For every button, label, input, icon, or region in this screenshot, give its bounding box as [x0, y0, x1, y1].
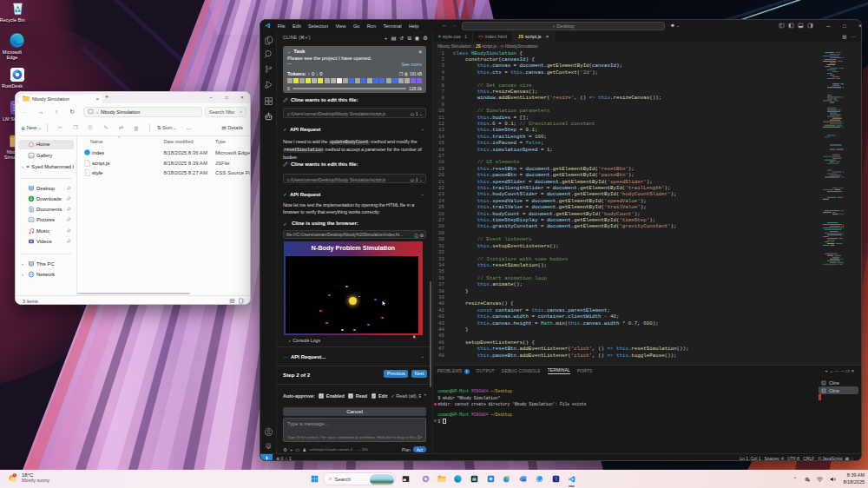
svg-text:#: # — [86, 172, 88, 175]
svg-text:1: 1 — [14, 473, 16, 477]
